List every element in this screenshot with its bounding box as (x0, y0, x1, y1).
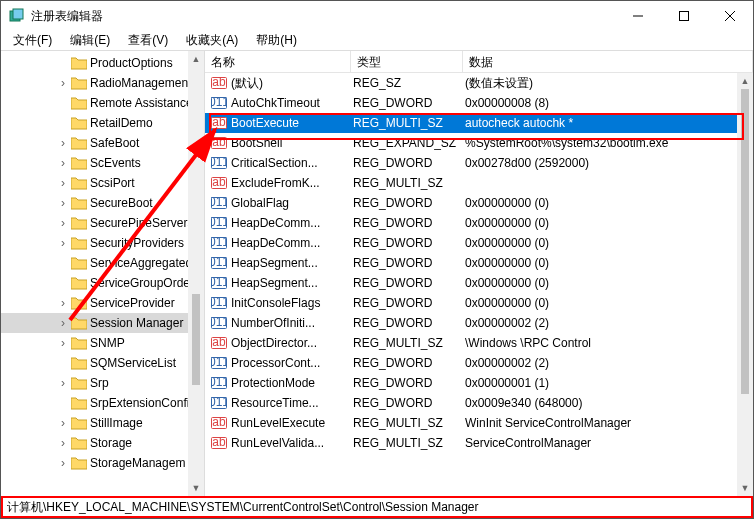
value-data: 0x00000008 (8) (465, 96, 753, 110)
value-row[interactable]: 011ProtectionModeREG_DWORD0x00000001 (1) (205, 373, 753, 393)
close-button[interactable] (707, 1, 753, 31)
expand-icon[interactable]: › (55, 436, 71, 450)
tree-item[interactable]: ServiceGroupOrde (1, 273, 204, 293)
expand-icon[interactable]: › (55, 376, 71, 390)
expand-icon[interactable]: › (55, 176, 71, 190)
value-row[interactable]: abBootExecuteREG_MULTI_SZautocheck autoc… (205, 113, 753, 133)
tree-item[interactable]: SrpExtensionConfi (1, 393, 204, 413)
title-bar[interactable]: 注册表编辑器 (1, 1, 753, 31)
tree-item[interactable]: ProductOptions (1, 53, 204, 73)
expand-icon[interactable]: › (55, 316, 71, 330)
scroll-thumb[interactable] (741, 89, 749, 394)
value-row[interactable]: 011ProcessorCont...REG_DWORD0x00000002 (… (205, 353, 753, 373)
svg-text:011: 011 (211, 315, 227, 329)
window-title: 注册表编辑器 (31, 8, 615, 25)
value-row[interactable]: abRunLevelExecuteREG_MULTI_SZWinInit Ser… (205, 413, 753, 433)
expand-icon[interactable]: › (55, 76, 71, 90)
value-type: REG_DWORD (353, 316, 465, 330)
tree-item-label: SrpExtensionConfi (90, 396, 189, 410)
tree-item[interactable]: ›SafeBoot (1, 133, 204, 153)
expand-icon[interactable]: › (55, 416, 71, 430)
tree-item[interactable]: Remote Assistance (1, 93, 204, 113)
expand-icon[interactable]: › (55, 456, 71, 470)
scroll-thumb[interactable] (192, 294, 200, 385)
expand-icon[interactable]: › (55, 216, 71, 230)
value-type-icon: 011 (211, 195, 227, 211)
list-body[interactable]: ab(默认)REG_SZ(数值未设置)011AutoChkTimeoutREG_… (205, 73, 753, 496)
value-type: REG_DWORD (353, 396, 465, 410)
expand-icon[interactable]: › (55, 196, 71, 210)
value-name: ProcessorCont... (231, 356, 353, 370)
value-row[interactable]: 011HeapDeComm...REG_DWORD0x00000000 (0) (205, 213, 753, 233)
tree-item-label: Remote Assistance (90, 96, 193, 110)
column-name[interactable]: 名称 (205, 51, 351, 73)
value-row[interactable]: abBootShellREG_EXPAND_SZ%SystemRoot%\sys… (205, 133, 753, 153)
scroll-down-button[interactable]: ▼ (737, 480, 753, 496)
value-row[interactable]: 011AutoChkTimeoutREG_DWORD0x00000008 (8) (205, 93, 753, 113)
maximize-button[interactable] (661, 1, 707, 31)
tree-item[interactable]: RetailDemo (1, 113, 204, 133)
tree-item[interactable]: SQMServiceList (1, 353, 204, 373)
value-row[interactable]: 011NumberOfIniti...REG_DWORD0x00000002 (… (205, 313, 753, 333)
svg-text:011: 011 (211, 155, 227, 169)
expand-icon[interactable]: › (55, 336, 71, 350)
value-type-icon: 011 (211, 295, 227, 311)
tree-pane[interactable]: ProductOptions›RadioManagemenRemote Assi… (1, 51, 205, 496)
tree-item-label: SecurityProviders (90, 236, 184, 250)
svg-text:011: 011 (211, 195, 227, 209)
tree-item-label: ServiceGroupOrde (90, 276, 190, 290)
value-name: ObjectDirector... (231, 336, 353, 350)
tree-item[interactable]: ›SecureBoot (1, 193, 204, 213)
tree-item[interactable]: ›ServiceProvider (1, 293, 204, 313)
tree-item[interactable]: ›SecurityProviders (1, 233, 204, 253)
tree-item[interactable]: ›Session Manager (1, 313, 204, 333)
column-type[interactable]: 类型 (351, 51, 463, 73)
value-type: REG_DWORD (353, 376, 465, 390)
list-scrollbar[interactable]: ▲ ▼ (737, 73, 753, 496)
value-row[interactable]: 011HeapSegment...REG_DWORD0x00000000 (0) (205, 253, 753, 273)
expand-icon[interactable]: › (55, 236, 71, 250)
value-type: REG_DWORD (353, 236, 465, 250)
value-row[interactable]: 011CriticalSection...REG_DWORD0x00278d00… (205, 153, 753, 173)
value-row[interactable]: abObjectDirector...REG_MULTI_SZ\Windows … (205, 333, 753, 353)
menu-view[interactable]: 查看(V) (120, 30, 176, 51)
value-row[interactable]: abExcludeFromK...REG_MULTI_SZ (205, 173, 753, 193)
minimize-button[interactable] (615, 1, 661, 31)
tree-item[interactable]: ›RadioManagemen (1, 73, 204, 93)
tree-item[interactable]: ›ScEvents (1, 153, 204, 173)
value-row[interactable]: 011HeapSegment...REG_DWORD0x00000000 (0) (205, 273, 753, 293)
expand-icon[interactable]: › (55, 296, 71, 310)
tree-item[interactable]: ›SecurePipeServers (1, 213, 204, 233)
scroll-up-button[interactable]: ▲ (188, 51, 204, 67)
tree-item-label: ProductOptions (90, 56, 173, 70)
menu-file[interactable]: 文件(F) (5, 30, 60, 51)
value-name: ProtectionMode (231, 376, 353, 390)
tree-item[interactable]: ServiceAggregated (1, 253, 204, 273)
value-row[interactable]: 011HeapDeComm...REG_DWORD0x00000000 (0) (205, 233, 753, 253)
tree-item[interactable]: ›SNMP (1, 333, 204, 353)
value-row[interactable]: 011GlobalFlagREG_DWORD0x00000000 (0) (205, 193, 753, 213)
tree-scrollbar[interactable]: ▲ ▼ (188, 51, 204, 496)
menu-favorites[interactable]: 收藏夹(A) (178, 30, 246, 51)
tree-item[interactable]: ›StillImage (1, 413, 204, 433)
expand-icon[interactable]: › (55, 136, 71, 150)
tree-item[interactable]: ›Storage (1, 433, 204, 453)
value-row[interactable]: abRunLevelValida...REG_MULTI_SZServiceCo… (205, 433, 753, 453)
tree-item[interactable]: ›Srp (1, 373, 204, 393)
value-row[interactable]: 011InitConsoleFlagsREG_DWORD0x00000000 (… (205, 293, 753, 313)
value-name: BootExecute (231, 116, 353, 130)
menu-edit[interactable]: 编辑(E) (62, 30, 118, 51)
menu-help[interactable]: 帮助(H) (248, 30, 305, 51)
column-data[interactable]: 数据 (463, 51, 753, 73)
scroll-down-button[interactable]: ▼ (188, 480, 204, 496)
tree-item[interactable]: ›ScsiPort (1, 173, 204, 193)
value-type-icon: 011 (211, 95, 227, 111)
svg-text:ab: ab (212, 115, 226, 129)
tree-item[interactable]: ›StorageManagem (1, 453, 204, 473)
value-type: REG_MULTI_SZ (353, 336, 465, 350)
value-row[interactable]: ab(默认)REG_SZ(数值未设置) (205, 73, 753, 93)
value-row[interactable]: 011ResourceTime...REG_DWORD0x0009e340 (6… (205, 393, 753, 413)
svg-text:011: 011 (211, 355, 227, 369)
expand-icon[interactable]: › (55, 156, 71, 170)
scroll-up-button[interactable]: ▲ (737, 73, 753, 89)
